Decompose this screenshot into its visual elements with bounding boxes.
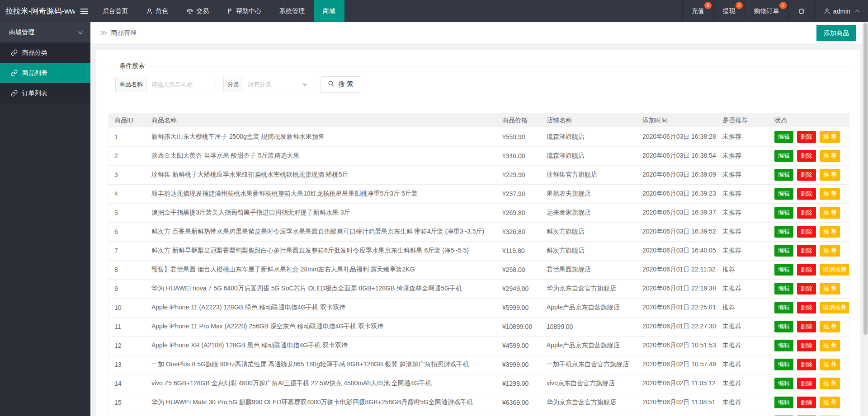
nav-item-help-center[interactable]: 帮助中心 xyxy=(218,0,270,22)
nav-item-trade[interactable]: 交易 xyxy=(177,0,218,22)
recommend-toggle-button[interactable]: 推 荐 xyxy=(820,340,840,351)
delete-button[interactable]: 删除 xyxy=(797,226,816,238)
cell-recommended: 未推荐 xyxy=(717,222,769,241)
recommend-toggle-button[interactable]: 推 荐 xyxy=(820,245,840,257)
nav-item-shop-orders[interactable]: 购物订单 0 xyxy=(745,0,788,22)
delete-button[interactable]: 删除 xyxy=(797,245,816,257)
menu-fold-icon[interactable] xyxy=(75,0,94,22)
recommend-toggle-button[interactable]: 推 荐 xyxy=(820,207,840,219)
cell-product-id: 10 xyxy=(109,298,146,317)
edit-button[interactable]: 编辑 xyxy=(774,150,793,162)
recommend-toggle-button[interactable]: 推 荐 xyxy=(820,283,840,294)
cell-product-id: 3 xyxy=(109,165,146,184)
recommend-toggle-button[interactable]: 推 荐 xyxy=(820,131,840,143)
recommend-toggle-button[interactable]: 推 荐 xyxy=(820,150,840,162)
cell-product-id: 2 xyxy=(109,146,146,165)
cell-product-name: 鲜次方 百香果新鲜热带水果鸡蛋果紫皮果时令应季水果果园直供酸爽可口榨汁鸡蛋果京东… xyxy=(146,222,497,241)
recommend-toggle-button[interactable]: 推 荐 xyxy=(820,359,840,370)
delete-button[interactable]: 删除 xyxy=(797,264,816,276)
edit-button[interactable]: 编辑 xyxy=(774,283,793,294)
edit-button[interactable]: 编辑 xyxy=(774,321,793,332)
edit-button[interactable]: 编辑 xyxy=(774,340,793,351)
col-recommended: 是否推荐 xyxy=(717,114,769,127)
delete-button[interactable]: 删除 xyxy=(797,378,816,389)
nav-item-mall[interactable]: 商城 xyxy=(314,0,344,22)
edit-button[interactable]: 编辑 xyxy=(774,264,793,276)
recommend-toggle-button[interactable]: 推 荐 xyxy=(820,169,840,181)
edit-button[interactable]: 编辑 xyxy=(774,169,793,181)
category-select[interactable]: 所有分类 xyxy=(243,77,313,92)
app-logo-title: 拉拉米-阿奇源码-www... xyxy=(0,0,75,22)
recommend-toggle-button[interactable]: 推 荐 xyxy=(820,188,840,200)
edit-button[interactable]: 编辑 xyxy=(774,226,793,238)
sidebar-group-mall-management[interactable]: 商城管理 xyxy=(0,22,90,42)
cell-added-time: 2020年06月02日 11:08:51 xyxy=(637,393,717,412)
recommend-toggle-button[interactable]: 取消推荐 xyxy=(820,264,849,276)
edit-button[interactable]: 编辑 xyxy=(774,359,793,370)
add-product-button[interactable]: 添加商品 xyxy=(816,25,856,41)
delete-button[interactable]: 删除 xyxy=(797,131,816,143)
delete-button[interactable]: 删除 xyxy=(797,188,816,200)
table-row: 15 华为 HUAWEI Mate 30 Pro 5G 麒麟990 OLED环幕… xyxy=(109,393,849,412)
cell-product-name: 珍鲜集 新鲜桃子大蟠桃应季水果纽扣扁桃水密桃软桃现货现摘 蟠桃5斤 xyxy=(146,165,497,184)
delete-button[interactable]: 删除 xyxy=(797,302,816,313)
delete-button[interactable]: 删除 xyxy=(797,283,816,294)
recommend-toggle-button[interactable]: 取消推荐 xyxy=(820,302,849,313)
cell-product-id xyxy=(109,412,146,416)
sidebar-item-product-category[interactable]: 商品分类 xyxy=(0,42,90,63)
edit-button[interactable]: 编辑 xyxy=(774,188,793,200)
recommend-toggle-button[interactable]: 推 荐 xyxy=(820,378,840,389)
cell-actions: 编辑 删除 取消推荐 xyxy=(769,298,849,317)
sidebar-item-order-list[interactable]: 订单列表 xyxy=(0,83,90,103)
cell-actions: 编辑 删除 推 荐 xyxy=(769,146,849,165)
cell-actions: 编辑 删除 推 荐 xyxy=(769,317,849,336)
edit-button[interactable]: 编辑 xyxy=(774,378,793,389)
cell-store-name: 华为京东自营官方旗舰店 xyxy=(541,393,637,412)
vertical-scrollbar[interactable] xyxy=(863,22,868,416)
cell-recommended: 未推荐 xyxy=(717,241,769,260)
cell-actions: 编辑 删除 推 荐 xyxy=(769,393,849,412)
recommend-toggle-button[interactable]: 推 荐 xyxy=(820,226,840,238)
cell-product-name: 鲜次方 新鲜早酥梨皇冠梨香梨鸭梨脆甜白心多汁果园直发整箱6斤批发时令应季水果京东… xyxy=(146,241,497,260)
cell-recommended: 未推荐 xyxy=(717,203,769,222)
recommend-toggle-button[interactable]: 推 荐 xyxy=(820,397,840,408)
nav-item-roles[interactable]: 角色 xyxy=(137,0,177,22)
delete-button[interactable]: 删除 xyxy=(797,397,816,408)
cell-product-price: ¥229.90 xyxy=(497,165,541,184)
edit-button[interactable]: 编辑 xyxy=(774,245,793,257)
nav-item-recharge[interactable]: 充值 0 xyxy=(682,0,713,22)
table-row: 1 新鲜露天山东大樱桃车厘子 2500g盒装 现摘现发新鲜水果预售 ¥559.9… xyxy=(109,127,849,146)
search-button[interactable]: 搜 索 xyxy=(321,76,360,93)
delete-button[interactable]: 删除 xyxy=(797,321,816,332)
breadcrumb-separator: ≫ xyxy=(99,28,108,37)
cell-product-price: ¥269.80 xyxy=(497,203,541,222)
recommend-toggle-button[interactable]: 推 荐 xyxy=(820,321,840,332)
delete-button[interactable]: 删除 xyxy=(797,359,816,370)
delete-button[interactable]: 删除 xyxy=(797,150,816,162)
app-root: 拉拉米-阿奇源码-www... 后台首页 角色 交易 帮助中心 系统管理 xyxy=(0,0,868,416)
refresh-button[interactable] xyxy=(788,0,814,22)
table-row: 5 澳洲金手指黑提3斤装美人指葡萄黑手指进口拇指无籽提子新鲜水果 3斤 ¥269… xyxy=(109,203,849,222)
sidebar: 商城管理 商品分类 商品列表 订单列表 xyxy=(0,22,90,416)
cell-added-time: 2020年06月03日 16:39:09 xyxy=(637,165,717,184)
product-name-input[interactable] xyxy=(146,77,216,92)
top-header: 拉拉米-阿奇源码-www... 后台首页 角色 交易 帮助中心 系统管理 xyxy=(0,0,868,22)
edit-button[interactable]: 编辑 xyxy=(774,302,793,313)
sidebar-item-product-list[interactable]: 商品列表 xyxy=(0,63,90,83)
delete-button[interactable]: 删除 xyxy=(797,207,816,219)
delete-button[interactable]: 删除 xyxy=(797,340,816,351)
cell-product-price: ¥1298.00 xyxy=(497,374,541,393)
delete-button[interactable]: 删除 xyxy=(797,169,816,181)
page-title: 商品管理 xyxy=(111,29,137,37)
nav-item-system[interactable]: 系统管理 xyxy=(270,0,314,22)
edit-button[interactable]: 编辑 xyxy=(774,397,793,408)
edit-button[interactable]: 编辑 xyxy=(774,207,793,219)
nav-item-dashboard[interactable]: 后台首页 xyxy=(94,0,137,22)
cell-product-name: 预售】君恬果园 烟台大樱桃山东车厘子新鲜水果礼盒 28mm左右大果礼品福利 露天… xyxy=(146,260,497,279)
table-row: 3 珍鲜集 新鲜桃子大蟠桃应季水果纽扣扁桃水密桃软桃现货现摘 蟠桃5斤 ¥229… xyxy=(109,165,849,184)
user-menu[interactable]: admin xyxy=(814,0,868,22)
nav-item-withdraw[interactable]: 提现 0 xyxy=(713,0,745,22)
table-row: 编辑 删除 推 荐 xyxy=(109,412,849,416)
scrollbar-thumb[interactable] xyxy=(863,23,868,335)
edit-button[interactable]: 编辑 xyxy=(774,131,793,143)
